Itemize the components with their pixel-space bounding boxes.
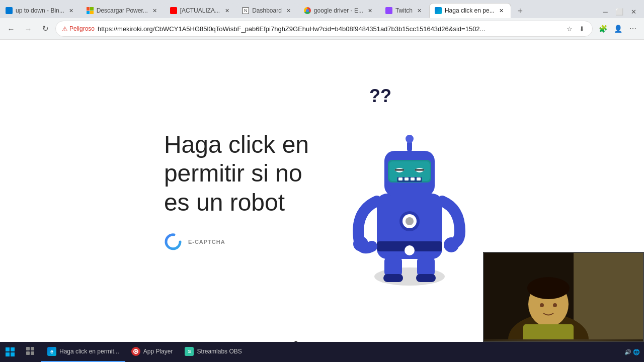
svg-rect-15 — [411, 177, 415, 180]
tab-dashboard[interactable]: N Dashboard ✕ — [236, 3, 298, 18]
tab-ms-close[interactable]: ✕ — [151, 7, 159, 15]
taskbar-browser-label: Haga click en permit... — [59, 348, 119, 355]
ecaptcha-logo — [164, 232, 184, 252]
tab-ms[interactable]: Descargar Power... ✕ — [81, 3, 165, 18]
download-icon[interactable]: ⬇ — [577, 24, 586, 33]
bing-favicon — [6, 7, 13, 14]
taskbar: e Haga click en permit... App Player S S… — [0, 342, 644, 362]
back-button[interactable]: ← — [4, 22, 18, 36]
page-content: Haga click en permitir si no es un robot — [0, 40, 644, 342]
nav-actions: 🧩 👤 ⋯ — [596, 22, 640, 36]
bookmark-icon[interactable]: ☆ — [565, 24, 574, 33]
tab-gdrive-close[interactable]: ✕ — [366, 7, 374, 15]
svg-point-19 — [353, 236, 368, 251]
captcha-section: E-CAPTCHA — [164, 232, 309, 252]
svg-point-5 — [406, 217, 414, 225]
address-text[interactable]: https://mekiroki.org/CbWCY1A5HG85l0qToWi… — [98, 25, 562, 33]
maximize-button[interactable]: ⬜ — [613, 5, 626, 18]
svg-point-20 — [444, 237, 459, 252]
svg-rect-38 — [31, 347, 34, 350]
tab-twitch-title: Twitch — [395, 7, 413, 14]
tab-bar: up to down - Bin... ✕ Descargar Power...… — [0, 0, 644, 18]
tab-bing-close[interactable]: ✕ — [67, 7, 75, 15]
address-bar[interactable]: ⚠ Peligroso https://mekiroki.org/CbWCY1A… — [55, 21, 593, 37]
security-warning: ⚠ Peligroso — [62, 25, 95, 33]
heading-section: Haga click en permitir si no es un robot — [164, 130, 309, 217]
task-view-button[interactable] — [20, 342, 41, 362]
notion-favicon: N — [242, 7, 249, 14]
left-section: Haga click en permitir si no es un robot — [164, 130, 309, 252]
tab-active-title: Haga click en pe... — [445, 7, 495, 14]
svg-rect-16 — [417, 177, 421, 180]
twitch-favicon — [385, 7, 392, 14]
svg-rect-39 — [26, 351, 30, 355]
taskbar-appplayer-label: App Player — [143, 348, 173, 355]
heading-line2: permitir si no — [164, 159, 309, 188]
navigation-bar: ← → ↻ ⚠ Peligroso https://mekiroki.org/C… — [0, 18, 644, 39]
new-tab-button[interactable]: + — [513, 4, 527, 18]
taskbar-streamlabs-label: Streamlabs OBS — [197, 348, 242, 355]
tab-youtube[interactable]: [ACTUALIZA... ✕ — [165, 3, 236, 18]
taskbar-appplayer-item[interactable]: App Player — [125, 342, 179, 362]
tab-bar-controls: ─ ⬜ ✕ — [599, 5, 644, 18]
tab-bing[interactable]: up to down - Bin... ✕ — [0, 3, 81, 18]
svg-rect-35 — [6, 352, 10, 356]
tab-twitch-close[interactable]: ✕ — [416, 7, 424, 15]
svg-point-18 — [406, 135, 414, 143]
svg-rect-37 — [26, 347, 30, 350]
active-tab-favicon — [435, 7, 442, 14]
tab-gdrive-title: google driver - E... — [314, 7, 363, 14]
security-label: Peligroso — [69, 25, 95, 32]
close-window-button[interactable]: ✕ — [627, 5, 640, 18]
tab-twitch[interactable]: Twitch ✕ — [380, 3, 429, 18]
extensions-button[interactable]: 🧩 — [596, 22, 610, 36]
svg-rect-34 — [11, 347, 15, 351]
tab-youtube-close[interactable]: ✕ — [223, 7, 231, 15]
heading-line1: Haga click en — [164, 130, 309, 159]
robot-svg — [339, 96, 480, 287]
robot-illustration: ?? — [339, 96, 480, 287]
ms-favicon — [87, 7, 94, 14]
forward-button[interactable]: → — [21, 22, 35, 36]
svg-rect-36 — [11, 352, 15, 356]
tab-youtube-title: [ACTUALIZA... — [180, 7, 220, 14]
svg-rect-13 — [398, 177, 403, 180]
ecaptcha-label: E-CAPTCHA — [188, 239, 225, 245]
svg-rect-33 — [6, 347, 10, 351]
question-marks: ?? — [369, 85, 391, 107]
tab-gdrive[interactable]: google driver - E... ✕ — [298, 3, 380, 18]
taskbar-edge-icon: e — [47, 347, 56, 356]
gdrive-favicon — [304, 7, 311, 14]
tab-active[interactable]: Haga click en pe... ✕ — [429, 3, 511, 18]
warning-icon: ⚠ — [62, 25, 68, 33]
tab-dashboard-close[interactable]: ✕ — [285, 7, 293, 15]
profile-button[interactable]: 👤 — [611, 22, 625, 36]
browser-chrome: up to down - Bin... ✕ Descargar Power...… — [0, 0, 644, 40]
minimize-button[interactable]: ─ — [599, 5, 612, 18]
svg-rect-22 — [383, 274, 403, 282]
svg-point-31 — [540, 303, 544, 307]
heading-line3: es un robot — [164, 188, 309, 217]
webcam-overlay — [483, 252, 644, 342]
svg-rect-30 — [523, 324, 574, 339]
taskbar-appplayer-icon — [131, 347, 140, 356]
task-view-icon — [26, 347, 35, 356]
captcha-label-wrapper: E-CAPTCHA — [188, 239, 225, 245]
svg-rect-24 — [416, 274, 436, 282]
webcam-person-svg — [483, 252, 644, 339]
svg-rect-26 — [574, 252, 644, 339]
start-button[interactable] — [0, 342, 20, 362]
webcam-content — [484, 253, 643, 341]
refresh-button[interactable]: ↻ — [38, 22, 52, 36]
taskbar-streamlabs-item[interactable]: S Streamlabs OBS — [179, 342, 248, 362]
system-time: 🔊 🌐 — [624, 349, 640, 355]
tab-dashboard-title: Dashboard — [252, 7, 282, 14]
taskbar-streamlabs-icon: S — [185, 347, 194, 356]
taskbar-browser-item[interactable]: e Haga click en permit... — [41, 342, 125, 362]
menu-button[interactable]: ⋯ — [626, 22, 640, 36]
tab-active-close[interactable]: ✕ — [498, 7, 506, 15]
main-area: Haga click en permitir si no es un robot — [96, 96, 548, 287]
svg-rect-40 — [31, 351, 34, 355]
svg-point-32 — [553, 303, 557, 307]
tab-ms-title: Descargar Power... — [97, 7, 148, 14]
